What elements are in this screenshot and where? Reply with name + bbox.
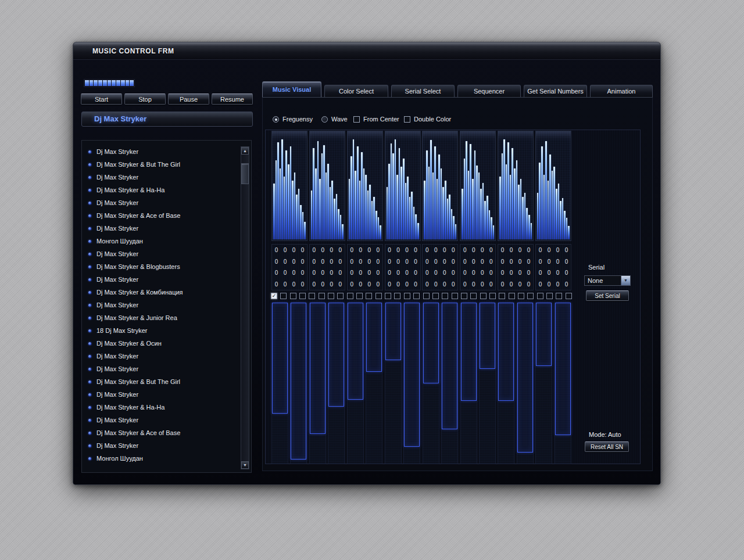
value-cell: 0: [272, 267, 281, 279]
playlist-item[interactable]: Dj Max Stryker: [85, 388, 236, 401]
playlist-item[interactable]: Dj Max Stryker: [85, 439, 236, 452]
channel-checkbox[interactable]: [413, 293, 420, 299]
channel-checkbox[interactable]: [566, 293, 572, 299]
bullet-icon: [88, 444, 91, 447]
playlist-item[interactable]: Dj Max Stryker: [85, 196, 236, 209]
title-bar[interactable]: MUSIC CONTROL FRM: [73, 42, 660, 60]
bullet-icon: [88, 329, 91, 332]
channel-checkbox[interactable]: [423, 293, 430, 299]
resume-button[interactable]: Resume: [212, 94, 253, 105]
value-cell: 0: [298, 256, 307, 268]
channel-checkbox[interactable]: [452, 293, 458, 299]
spectrum-bar: [545, 141, 547, 239]
channel-checkbox[interactable]: [556, 293, 562, 299]
scroll-thumb[interactable]: [241, 163, 249, 184]
frequency-radio[interactable]: Freguensy: [273, 115, 313, 123]
playlist-item[interactable]: Dj Max Stryker: [85, 273, 236, 286]
channel-checkbox[interactable]: [328, 293, 334, 299]
channel-checkbox[interactable]: [470, 293, 477, 299]
double-color-checkbox[interactable]: Double Color: [404, 115, 451, 123]
playlist-item[interactable]: Монгол Шуудан: [85, 452, 236, 465]
playlist-scrollbar[interactable]: ▲ ▼: [241, 146, 249, 469]
channel-checkbox[interactable]: [319, 293, 325, 299]
channel-checkbox[interactable]: [480, 293, 487, 299]
spectrum-bar: [296, 195, 298, 239]
playlist-item[interactable]: Dj Max Stryker: [85, 299, 236, 311]
playlist-item[interactable]: 18 Dj Max Stryker: [85, 324, 236, 337]
channel-checkbox[interactable]: [442, 293, 448, 299]
scroll-down-button[interactable]: ▼: [241, 461, 249, 469]
dropdown-arrow-button[interactable]: ▼: [621, 276, 630, 285]
tab-color-select[interactable]: Color Select: [324, 85, 388, 98]
from-center-checkbox[interactable]: From Center: [353, 115, 399, 123]
chevron-down-icon: ▼: [621, 276, 630, 285]
pause-button[interactable]: Pause: [168, 94, 209, 105]
spectrum-bar-group: [349, 138, 381, 239]
tab-sequencer[interactable]: Sequencer: [457, 85, 521, 98]
playlist-item[interactable]: Dj Max Stryker & Осин: [85, 337, 236, 350]
channel-checkbox[interactable]: [546, 293, 553, 299]
channel-checkbox[interactable]: [309, 293, 315, 299]
value-cell: 0: [310, 245, 319, 256]
playlist-item[interactable]: Dj Max Stryker: [85, 222, 236, 235]
channel-checkbox[interactable]: [537, 293, 543, 299]
channel-checkbox[interactable]: [299, 293, 306, 299]
value-panel: 0000000000000000: [460, 244, 496, 290]
playlist-item[interactable]: Dj Max Stryker & Комбинация: [85, 286, 236, 299]
tab-serial-select[interactable]: Serial Select: [391, 85, 455, 98]
playlist-item[interactable]: Dj Max Stryker & But The Girl: [85, 375, 236, 388]
playlist-item[interactable]: Dj Max Stryker & But The Girl: [85, 158, 236, 171]
channel-checkbox[interactable]: ✓: [271, 293, 277, 299]
playlist-item[interactable]: Dj Max Stryker & Ace of Base: [85, 209, 236, 222]
channel-checkbox[interactable]: [356, 293, 363, 299]
channel-checkbox[interactable]: [337, 293, 344, 299]
playlist-item[interactable]: Dj Max Stryker: [85, 145, 236, 158]
set-serial-button[interactable]: Set Serial: [586, 290, 629, 301]
tab-music-visual[interactable]: Music Visual: [262, 81, 321, 98]
channel-checkbox[interactable]: [527, 293, 534, 299]
playlist-item[interactable]: Dj Max Stryker: [85, 362, 236, 375]
tab-animation[interactable]: Animation: [590, 85, 653, 98]
channel-checkbox[interactable]: [509, 293, 515, 299]
channel-checkbox[interactable]: [375, 293, 382, 299]
value-cell: 0: [403, 256, 412, 268]
channel-checkbox[interactable]: [432, 293, 439, 299]
playlist-item[interactable]: Dj Max Stryker & Ha-Ha: [85, 401, 236, 414]
reset-all-sn-button[interactable]: Reset All SN: [585, 441, 629, 452]
playlist-item[interactable]: Dj Max Stryker: [85, 350, 236, 362]
playlist-item[interactable]: Dj Max Stryker: [85, 171, 236, 184]
channel-checkbox-row: ✓: [271, 292, 572, 300]
playlist-item[interactable]: Dj Max Stryker: [85, 414, 236, 426]
channel-checkbox[interactable]: [404, 293, 410, 299]
playlist-item[interactable]: Монгол Шуудан: [85, 235, 236, 247]
channel-checkbox[interactable]: [347, 293, 353, 299]
bullet-icon: [88, 176, 91, 179]
start-button[interactable]: Start: [81, 94, 122, 105]
playlist-item[interactable]: Dj Max Stryker: [85, 247, 236, 260]
bullet-icon: [88, 355, 91, 358]
channel-checkbox[interactable]: [518, 293, 524, 299]
channel-checkbox[interactable]: [461, 293, 467, 299]
value-cell: 0: [469, 279, 478, 290]
spectrum-bar: [349, 179, 350, 239]
playlist-item[interactable]: Dj Max Stryker & Junior Rea: [85, 311, 236, 324]
channel-checkbox[interactable]: [280, 293, 287, 299]
playlist-item[interactable]: Dj Max Stryker & Blogbusters: [85, 260, 236, 273]
serial-dropdown[interactable]: None ▼: [584, 275, 631, 286]
channel-checkbox[interactable]: [499, 293, 505, 299]
playlist-item[interactable]: Dj Max Stryker & Ha-Ha: [85, 184, 236, 196]
channel-checkbox[interactable]: [385, 293, 391, 299]
value-cell: 0: [498, 267, 507, 279]
channel-checkbox[interactable]: [366, 293, 372, 299]
scroll-up-button[interactable]: ▲: [241, 147, 249, 155]
channel-checkbox[interactable]: [489, 293, 496, 299]
stop-button[interactable]: Stop: [124, 94, 166, 105]
value-cell: 0: [394, 245, 403, 256]
channel-checkbox[interactable]: [290, 293, 296, 299]
playlist-item[interactable]: Dj Max Stryker & Ace of Base: [85, 426, 236, 439]
level-track: [366, 303, 382, 464]
bullet-icon: [88, 202, 91, 204]
tab-get-serial-numbers[interactable]: Get Serial Numbers: [524, 85, 587, 98]
wave-radio[interactable]: Wave: [321, 115, 348, 123]
channel-checkbox[interactable]: [394, 293, 400, 299]
